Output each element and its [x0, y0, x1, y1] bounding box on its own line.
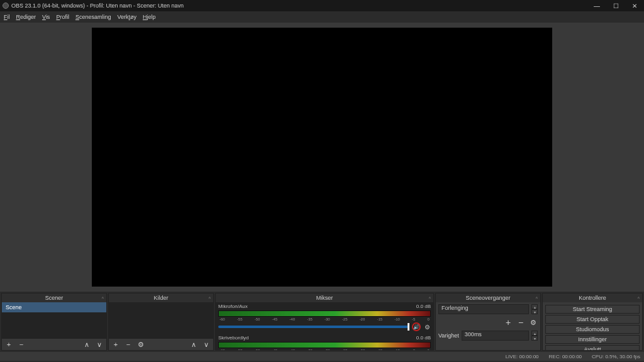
maximize-button[interactable]: ☐ — [606, 0, 625, 11]
window-title: OBS 23.1.0 (64-bit, windows) - Profil: U… — [11, 3, 184, 9]
gear-icon[interactable]: ⚙ — [423, 323, 431, 331]
add-source-button[interactable]: + — [111, 340, 120, 349]
mixer-body: Mikrofon/Aux 0.0 dB -60-55-50-45-40-35-3… — [216, 302, 433, 350]
caret-icon: ^ — [536, 296, 538, 300]
status-rec: REC: 00:00:00 — [549, 354, 582, 359]
mixer-header[interactable]: Mikser ^ — [216, 293, 433, 302]
mixer-title: Mikser — [316, 295, 333, 301]
close-button[interactable]: ✕ — [625, 0, 644, 11]
transitions-title: Sceneoverganger — [465, 295, 510, 301]
mixer-channel-desktop: Skrivebordlyd 0.0 dB -60-55-50-45-40-35-… — [216, 334, 433, 350]
status-cpu: CPU: 0.5%, 30.00 fps — [592, 354, 640, 359]
controls-body: Start Streaming Start Opptak Studiomodus… — [543, 302, 642, 350]
channel-level: 0.0 dB — [416, 335, 431, 341]
studio-mode-button[interactable]: Studiomodus — [545, 325, 640, 334]
remove-source-button[interactable]: − — [124, 340, 133, 349]
menu-fil[interactable]: Fil — [4, 14, 10, 20]
caret-icon: ^ — [429, 296, 431, 300]
app-icon — [3, 3, 9, 9]
chevron-down-icon[interactable]: ▾ — [531, 309, 538, 314]
start-streaming-button[interactable]: Start Streaming — [545, 305, 640, 314]
audio-meter — [218, 310, 431, 317]
scenes-list[interactable]: Scene — [2, 302, 106, 339]
caret-icon: ^ — [638, 296, 640, 300]
gear-icon[interactable]: ⚙ — [529, 318, 538, 327]
meter-ticks: -60-55-50-45-40-35-30-25-20-15-10-50 — [218, 349, 431, 350]
chevron-up-icon[interactable]: ▴ — [531, 304, 538, 309]
channel-name: Skrivebordlyd — [218, 335, 248, 341]
add-transition-button[interactable]: + — [504, 318, 513, 327]
scenes-title: Scener — [45, 295, 64, 301]
transition-select[interactable]: Forlenging — [438, 304, 529, 314]
caret-icon: ^ — [102, 296, 104, 300]
chevron-down-icon[interactable]: ▾ — [531, 336, 538, 341]
sources-header[interactable]: Kilder ^ — [109, 293, 213, 302]
menubar: Fil Rediger Vis Profil Scenesamling Verk… — [0, 11, 644, 23]
statusbar: LIVE: 00:00:00 REC: 00:00:00 CPU: 0.5%, … — [0, 352, 644, 361]
controls-dock: Kontrollere ^ Start Streaming Start Oppt… — [542, 293, 643, 351]
controls-header[interactable]: Kontrollere ^ — [543, 293, 642, 302]
duration-label: Varighet — [438, 332, 459, 339]
sources-title: Kilder — [153, 295, 168, 301]
audio-meter — [218, 342, 431, 348]
channel-name: Mikrofon/Aux — [218, 304, 248, 309]
sources-toolbar: + − ⚙ ∧ ∨ — [109, 339, 213, 350]
caret-icon: ^ — [209, 296, 211, 300]
scenes-toolbar: + − ∧ ∨ — [2, 339, 106, 350]
mixer-dock: Mikser ^ Mikrofon/Aux 0.0 dB -60-55-50-4… — [215, 293, 434, 351]
scenes-header[interactable]: Scener ^ — [2, 293, 106, 302]
channel-level: 0.0 dB — [416, 304, 431, 309]
preview-canvas[interactable] — [92, 28, 552, 287]
menu-vis[interactable]: Vis — [42, 14, 50, 20]
duration-input[interactable]: 300ms — [462, 331, 529, 341]
source-properties-button[interactable]: ⚙ — [136, 340, 145, 349]
settings-button[interactable]: Innstillinger — [545, 335, 640, 344]
chevron-up-icon[interactable]: ▴ — [531, 331, 538, 336]
remove-scene-button[interactable]: − — [17, 340, 26, 349]
volume-slider[interactable] — [218, 326, 409, 328]
move-up-icon[interactable]: ∧ — [189, 340, 198, 349]
move-down-icon[interactable]: ∨ — [202, 340, 211, 349]
add-scene-button[interactable]: + — [4, 340, 13, 349]
start-recording-button[interactable]: Start Opptak — [545, 315, 640, 324]
docks-row: Scener ^ Scene + − ∧ ∨ Kilder ^ + − ⚙ ∧ … — [0, 292, 644, 352]
controls-title: Kontrollere — [579, 295, 606, 301]
menu-profil[interactable]: Profil — [56, 14, 69, 20]
transitions-body: Forlenging ▴ ▾ + − ⚙ Varighet 300ms ▴ ▾ — [436, 302, 540, 350]
preview-area — [0, 23, 644, 292]
sources-dock: Kilder ^ + − ⚙ ∧ ∨ — [108, 293, 214, 351]
menu-scenesamling[interactable]: Scenesamling — [75, 14, 111, 20]
menu-hjelp[interactable]: Hjelp — [143, 14, 156, 20]
minimize-button[interactable]: — — [587, 0, 606, 11]
remove-transition-button[interactable]: − — [516, 318, 525, 327]
scenes-dock: Scener ^ Scene + − ∧ ∨ — [1, 293, 107, 351]
speaker-mute-icon[interactable]: 🔊 — [412, 322, 421, 331]
exit-button[interactable]: Avslutt — [545, 345, 640, 350]
titlebar: OBS 23.1.0 (64-bit, windows) - Profil: U… — [0, 0, 644, 11]
status-live: LIVE: 00:00:00 — [506, 354, 539, 359]
sources-list[interactable] — [109, 302, 213, 339]
transitions-dock: Sceneoverganger ^ Forlenging ▴ ▾ + − ⚙ V… — [435, 293, 541, 351]
scene-item[interactable]: Scene — [2, 302, 106, 312]
menu-verktoy[interactable]: Verktøy — [117, 14, 136, 20]
move-down-icon[interactable]: ∨ — [95, 340, 104, 349]
mixer-channel-mic: Mikrofon/Aux 0.0 dB -60-55-50-45-40-35-3… — [216, 302, 433, 334]
meter-ticks: -60-55-50-45-40-35-30-25-20-15-10-50 — [218, 317, 431, 321]
transitions-header[interactable]: Sceneoverganger ^ — [436, 293, 540, 302]
move-up-icon[interactable]: ∧ — [82, 340, 91, 349]
menu-rediger[interactable]: Rediger — [16, 14, 36, 20]
